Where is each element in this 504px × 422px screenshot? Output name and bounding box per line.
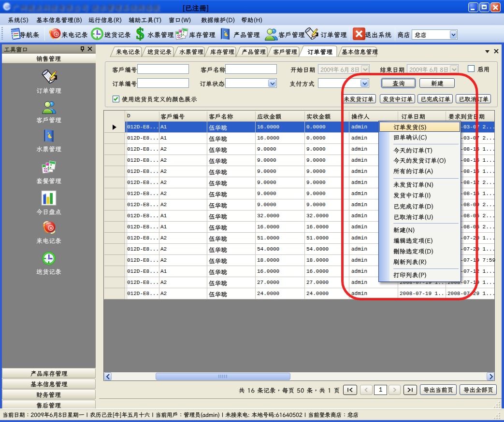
svg-text:$: $ — [136, 27, 144, 41]
